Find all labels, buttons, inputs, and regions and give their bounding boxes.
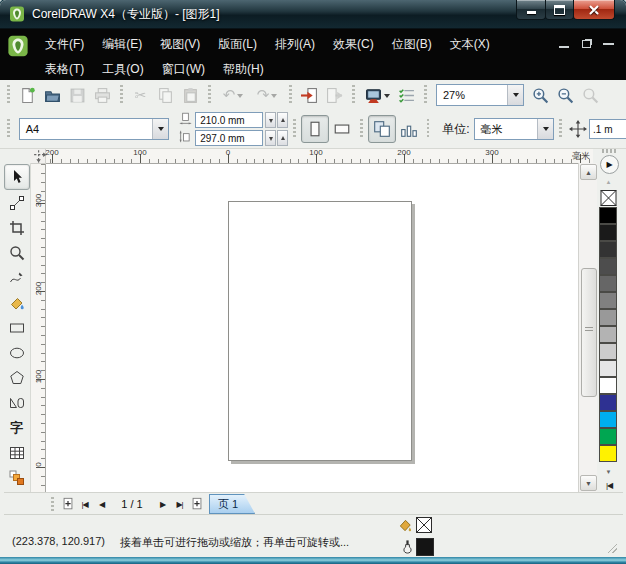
menu-item[interactable]: 工具(O) bbox=[93, 57, 152, 82]
portrait-button[interactable] bbox=[301, 115, 329, 143]
basic-shapes-tool[interactable] bbox=[5, 391, 29, 415]
new-document-button[interactable] bbox=[15, 83, 40, 107]
vertical-scroll-thumb[interactable] bbox=[581, 268, 597, 397]
palette-swatch-white[interactable] bbox=[599, 377, 617, 393]
page-tab[interactable]: 页 1 bbox=[209, 494, 255, 514]
nudge-offset-field[interactable]: .1 m bbox=[589, 119, 626, 139]
zoom-tool[interactable] bbox=[5, 241, 29, 265]
zoom-to-page-button[interactable] bbox=[578, 83, 603, 107]
cut-button[interactable]: ✂ bbox=[128, 83, 153, 107]
palette-swatch-yellow[interactable] bbox=[599, 445, 617, 461]
palette-swatch-90-black[interactable] bbox=[599, 224, 617, 240]
palette-swatch-green[interactable] bbox=[599, 428, 617, 444]
smart-fill-tool[interactable] bbox=[5, 291, 29, 315]
chevron-down-icon[interactable] bbox=[507, 85, 523, 105]
add-page-start-button[interactable] bbox=[59, 496, 76, 513]
palette-swatch-30-black[interactable] bbox=[599, 326, 617, 342]
fill-color-indicator[interactable] bbox=[416, 517, 432, 533]
menu-item[interactable]: 效果(C) bbox=[324, 32, 383, 57]
crop-tool[interactable] bbox=[5, 216, 29, 240]
text-tool[interactable]: 字 bbox=[5, 416, 29, 440]
open-folder-button[interactable] bbox=[40, 83, 65, 107]
menu-item[interactable]: 文件(F) bbox=[36, 32, 93, 57]
menu-item[interactable]: 文本(X) bbox=[441, 32, 499, 57]
menu-item[interactable]: 帮助(H) bbox=[214, 57, 273, 82]
options-checklist-button[interactable] bbox=[394, 83, 419, 107]
vertical-scrollbar[interactable]: ▲ ▼ bbox=[578, 163, 597, 492]
save-button[interactable] bbox=[65, 83, 90, 107]
doc-close-button[interactable] bbox=[604, 39, 614, 48]
paper-preset-combo[interactable]: A4 bbox=[19, 118, 170, 140]
previous-page-button[interactable]: ◀ bbox=[93, 496, 110, 513]
outline-color-indicator[interactable] bbox=[416, 538, 434, 556]
palette-swatch-50-black[interactable] bbox=[599, 292, 617, 308]
doc-restore-button[interactable] bbox=[582, 40, 591, 48]
zoom-in-button[interactable] bbox=[528, 83, 553, 107]
resize-grip[interactable] bbox=[608, 544, 617, 553]
dropdown-arrow-icon[interactable] bbox=[237, 94, 243, 101]
close-button[interactable] bbox=[573, 0, 615, 20]
palette-swatch-blue[interactable] bbox=[599, 394, 617, 410]
all-pages-orientation-button[interactable] bbox=[368, 115, 396, 143]
doc-minimize-button[interactable] bbox=[559, 38, 569, 48]
menu-item[interactable]: 排列(A) bbox=[266, 32, 324, 57]
blend-tool[interactable] bbox=[5, 466, 29, 490]
pick-tool[interactable] bbox=[4, 164, 30, 190]
units-combo[interactable]: 毫米 bbox=[474, 118, 555, 140]
add-page-end-button[interactable] bbox=[188, 496, 205, 513]
palette-swatch-80-black[interactable] bbox=[599, 241, 617, 257]
table-tool[interactable] bbox=[5, 441, 29, 465]
copy-button[interactable] bbox=[153, 83, 178, 107]
drawing-canvas[interactable] bbox=[45, 163, 578, 492]
undo-button[interactable]: ↶ bbox=[216, 83, 250, 107]
rectangle-tool[interactable] bbox=[5, 316, 29, 340]
palette-swatch-60-black[interactable] bbox=[599, 275, 617, 291]
palette-swatch-20-black[interactable] bbox=[599, 343, 617, 359]
scroll-down-button[interactable]: ▼ bbox=[580, 475, 597, 491]
palette-swatch-no-color[interactable] bbox=[599, 190, 617, 206]
property-bar-grip[interactable] bbox=[7, 119, 10, 139]
palette-scroll-up-button[interactable]: ▲ bbox=[600, 176, 617, 187]
chevron-down-icon[interactable] bbox=[152, 119, 168, 139]
paper-height-field[interactable]: 297.0 mm bbox=[195, 130, 263, 146]
first-page-button[interactable]: |◀ bbox=[76, 496, 93, 513]
last-page-button[interactable]: ▶| bbox=[171, 496, 188, 513]
palette-scroll-down-button[interactable]: ▼ bbox=[600, 466, 617, 477]
print-button[interactable] bbox=[90, 83, 115, 107]
scroll-up-button[interactable]: ▲ bbox=[580, 164, 597, 180]
paste-button[interactable] bbox=[178, 83, 203, 107]
paper-width-stepper[interactable] bbox=[265, 112, 288, 128]
document-page[interactable] bbox=[228, 201, 412, 461]
vertical-ruler[interactable]: 3002001000 bbox=[30, 163, 46, 492]
import-button[interactable] bbox=[297, 83, 322, 107]
dropdown-arrow-icon[interactable] bbox=[271, 94, 277, 101]
palette-expand-button[interactable]: |◀ bbox=[600, 479, 618, 492]
horizontal-ruler[interactable]: 毫米 2001000100200300 bbox=[45, 148, 593, 164]
palette-swatch-10-black[interactable] bbox=[599, 360, 617, 376]
menu-item[interactable]: 表格(T) bbox=[36, 57, 93, 82]
ellipse-tool[interactable] bbox=[5, 341, 29, 365]
paper-width-field[interactable]: 210.0 mm bbox=[195, 112, 263, 128]
menu-item[interactable]: 视图(V) bbox=[151, 32, 209, 57]
polygon-tool[interactable] bbox=[5, 366, 29, 390]
app-launcher-button[interactable] bbox=[360, 83, 394, 107]
palette-flyout-button[interactable]: ▶ bbox=[600, 155, 619, 174]
minimize-button[interactable] bbox=[516, 0, 546, 20]
maximize-button[interactable] bbox=[545, 0, 574, 20]
palette-swatch-black[interactable] bbox=[599, 207, 617, 223]
zoom-out-button[interactable] bbox=[553, 83, 578, 107]
next-page-button[interactable]: ▶ bbox=[154, 496, 171, 513]
palette-swatch-70-black[interactable] bbox=[599, 258, 617, 274]
ruler-origin-icon[interactable] bbox=[33, 149, 51, 167]
zoom-level-combo[interactable]: 27% bbox=[436, 84, 524, 106]
paper-height-stepper[interactable] bbox=[265, 130, 288, 146]
export-button[interactable] bbox=[322, 83, 347, 107]
menu-item[interactable]: 位图(B) bbox=[383, 32, 441, 57]
freehand-tool[interactable] bbox=[5, 266, 29, 290]
current-page-orientation-button[interactable] bbox=[396, 116, 422, 142]
dropdown-arrow-icon[interactable] bbox=[384, 94, 390, 101]
menu-item[interactable]: 编辑(E) bbox=[93, 32, 151, 57]
toolbar-grip[interactable] bbox=[7, 85, 10, 105]
shape-tool[interactable] bbox=[5, 191, 29, 215]
menu-item[interactable]: 窗口(W) bbox=[153, 57, 214, 82]
